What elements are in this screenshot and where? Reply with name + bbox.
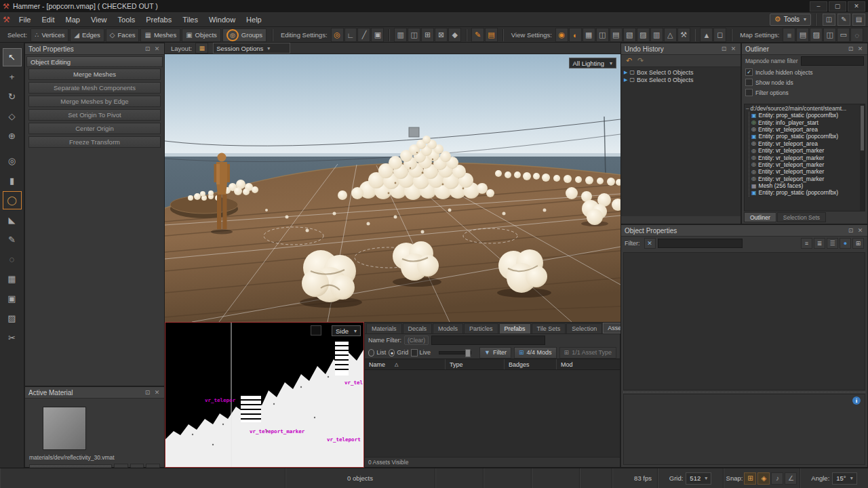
view-setting-icon-7[interactable]: ▨ bbox=[637, 28, 650, 42]
snap-object-icon[interactable]: ◈ bbox=[757, 472, 770, 485]
select-mode-meshes[interactable]: ▦Meshes bbox=[140, 28, 180, 42]
snap-note-icon[interactable]: ♪ bbox=[771, 472, 783, 485]
tab-models[interactable]: Models bbox=[433, 323, 463, 333]
grid-radio[interactable]: ● bbox=[389, 349, 395, 357]
tree-node[interactable]: ◎Entity: vr_teleport_area bbox=[749, 126, 865, 133]
window-layout-icon[interactable]: ◫ bbox=[823, 14, 835, 26]
pen-tool-icon[interactable]: ✎ bbox=[3, 230, 22, 249]
slider-thumb[interactable] bbox=[465, 349, 471, 357]
menu-help[interactable]: Help bbox=[241, 14, 267, 25]
live-checkbox[interactable] bbox=[411, 349, 417, 357]
column-type[interactable]: Type bbox=[446, 359, 505, 369]
object-editing-section[interactable]: Object Editing bbox=[26, 56, 163, 67]
displacement-tool-icon[interactable]: ▨ bbox=[3, 309, 22, 327]
select-mode-vertices[interactable]: ∴Vertices bbox=[31, 28, 68, 42]
menu-file[interactable]: File bbox=[14, 14, 37, 25]
undo-icon[interactable]: ↶ bbox=[624, 56, 634, 65]
view-setting-icon-1[interactable]: ◉ bbox=[555, 28, 568, 42]
maximize-button[interactable]: ▢ bbox=[829, 1, 846, 12]
menu-tools[interactable]: Tools bbox=[113, 14, 141, 25]
grid-view-icon[interactable]: ⊞ bbox=[852, 238, 864, 249]
map-setting-icon-1[interactable]: ≡ bbox=[783, 28, 795, 42]
show-node-ids-row[interactable]: Show node ids bbox=[742, 77, 867, 87]
select-mode-faces[interactable]: ◇Faces bbox=[106, 28, 140, 42]
list-view-icon[interactable]: ☰ bbox=[827, 238, 838, 249]
pin-icon[interactable]: ⊡ bbox=[720, 45, 728, 53]
view-setting-icon-3[interactable]: ▦ bbox=[583, 28, 595, 42]
freeze-transform-button[interactable]: Freeze Transform bbox=[28, 136, 161, 148]
expander-icon[interactable]: ▶ bbox=[624, 70, 627, 75]
snap-grid-icon[interactable]: ⊞ bbox=[744, 472, 756, 485]
column-name[interactable]: Name △ bbox=[365, 359, 446, 369]
map-setting-icon-5[interactable]: ▭ bbox=[837, 28, 850, 42]
filter-options-row[interactable]: Filter options bbox=[742, 87, 867, 98]
tab-materials[interactable]: Materials bbox=[366, 323, 402, 333]
thumbnail-size-slider[interactable] bbox=[439, 351, 471, 354]
menu-window[interactable]: Window bbox=[203, 14, 241, 25]
tree-node[interactable]: ▦Mesh (256 faces) bbox=[749, 182, 865, 189]
minimize-button[interactable]: – bbox=[810, 1, 827, 12]
pin-icon[interactable]: ⊡ bbox=[847, 45, 854, 53]
paint-tool-icon[interactable]: ▣ bbox=[3, 289, 22, 308]
tree-node[interactable]: ◎Entity: info_player_start bbox=[749, 119, 865, 125]
properties-filter-input[interactable] bbox=[658, 239, 743, 248]
view-setting-icon-11[interactable]: ▲ bbox=[700, 28, 713, 42]
map-setting-icon-6[interactable]: ◌ bbox=[850, 28, 863, 42]
editing-setting-icon-10[interactable]: ✎ bbox=[471, 28, 484, 42]
tree-node[interactable]: ◎Entity: vr_teleport_marker bbox=[749, 176, 865, 182]
editing-setting-icon-11[interactable]: ▤ bbox=[485, 28, 498, 42]
undo-entry[interactable]: ▶ ▢ Box Select 0 Objects bbox=[621, 76, 741, 83]
outliner-tree[interactable]: – d:/dev/source2/main/content/steamt... … bbox=[744, 104, 865, 211]
viewport-2d-side[interactable]: vr_telepor vr_teleport_marker vr_telepor… bbox=[165, 322, 364, 468]
merge-meshes-by-edge-button[interactable]: Merge Meshes by Edge bbox=[28, 96, 161, 107]
asset-list[interactable] bbox=[365, 370, 620, 457]
filter-options-checkbox[interactable] bbox=[745, 89, 753, 96]
view-setting-icon-8[interactable]: ▥ bbox=[650, 28, 663, 42]
include-hidden-row[interactable]: ✓ Include hidden objects bbox=[742, 67, 867, 77]
close-icon[interactable]: ✕ bbox=[730, 45, 737, 53]
lighting-mode-dropdown[interactable]: All Lighting ▾ bbox=[569, 58, 617, 68]
tree-node[interactable]: ◎Entity: vr_teleport_marker bbox=[749, 161, 865, 168]
entity-tool-icon[interactable]: ⊕ bbox=[3, 127, 22, 145]
select-tool-icon[interactable]: ↖ bbox=[3, 48, 22, 66]
tab-decals[interactable]: Decals bbox=[403, 323, 433, 333]
show-node-ids-checkbox[interactable] bbox=[745, 79, 753, 86]
close-icon[interactable]: ✕ bbox=[856, 45, 864, 53]
light-tool-icon[interactable]: ◎ bbox=[3, 152, 22, 170]
translate-tool-icon[interactable]: + bbox=[3, 68, 22, 86]
layout-grid-icon[interactable]: ▦ bbox=[195, 43, 208, 54]
edit-layout-icon[interactable]: ✎ bbox=[837, 14, 850, 26]
cylinder-tool-icon[interactable]: ◯ bbox=[3, 191, 22, 209]
tools-dropdown-button[interactable]: ⚙ Tools ▾ bbox=[770, 14, 811, 26]
close-icon[interactable]: ✕ bbox=[856, 227, 864, 235]
name-filter-input[interactable] bbox=[431, 336, 545, 345]
view-setting-icon-4[interactable]: ◫ bbox=[596, 28, 609, 42]
expander-icon[interactable]: ▶ bbox=[624, 77, 627, 83]
redo-icon[interactable]: ↷ bbox=[635, 56, 646, 65]
set-origin-to-pivot-button[interactable]: Set Origin To Pivot bbox=[28, 109, 161, 121]
sphere-tool-icon[interactable]: ◌ bbox=[3, 250, 22, 268]
scale-tool-icon[interactable]: ◇ bbox=[3, 107, 22, 125]
session-options-dropdown[interactable]: Session Options ▾ bbox=[213, 43, 290, 54]
tab-particles[interactable]: Particles bbox=[464, 323, 498, 333]
tree-node[interactable]: ▣Entity: prop_static (popcornfbx) bbox=[749, 112, 865, 119]
editing-setting-icon-3[interactable]: ╱ bbox=[357, 28, 370, 42]
view-setting-icon-10[interactable]: ⚒ bbox=[677, 28, 690, 42]
map-setting-icon-3[interactable]: ▨ bbox=[810, 28, 823, 42]
tree-node[interactable]: ▣Entity: prop_static (popcornfbx) bbox=[749, 189, 865, 196]
clip-tool-icon[interactable]: ✂ bbox=[3, 329, 22, 347]
tree-view-icon[interactable]: ≣ bbox=[814, 238, 825, 249]
scrollbar[interactable] bbox=[860, 104, 865, 211]
view-setting-icon-5[interactable]: ▤ bbox=[610, 28, 623, 42]
editing-setting-icon-4[interactable]: ▣ bbox=[371, 28, 384, 42]
collapse-icon[interactable]: – bbox=[746, 105, 749, 111]
snap-angle-icon[interactable]: ∠ bbox=[785, 472, 797, 485]
select-mode-groups[interactable]: ◎Groups bbox=[222, 28, 267, 42]
tab-prefabs[interactable]: Prefabs bbox=[499, 323, 531, 333]
close-button[interactable]: ✕ bbox=[848, 1, 865, 12]
merge-meshes-button[interactable]: Merge Meshes bbox=[28, 68, 161, 80]
list-radio[interactable] bbox=[368, 349, 374, 357]
editing-setting-icon-9[interactable]: ◆ bbox=[448, 28, 461, 42]
tile-tool-icon[interactable]: ▦ bbox=[3, 270, 22, 288]
menu-map[interactable]: Map bbox=[60, 14, 85, 25]
